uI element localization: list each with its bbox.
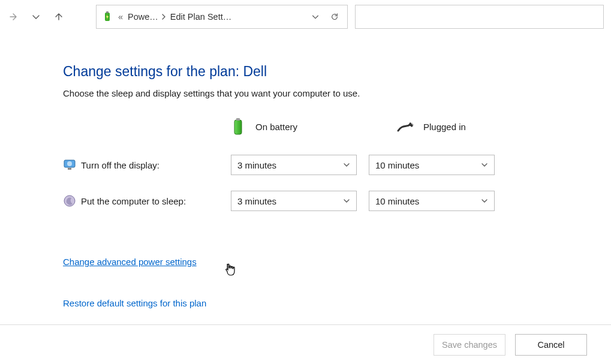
address-bar[interactable]: « Powe… Edit Plan Sett… (96, 5, 348, 29)
svg-point-5 (413, 124, 414, 125)
chevron-down-icon (481, 197, 488, 204)
address-dropdown-button[interactable] (308, 7, 323, 26)
breadcrumb-power-options[interactable]: Powe… (128, 12, 167, 22)
row-turn-off-display: Turn off the display: 3 minutes 10 minut… (63, 155, 540, 175)
breadcrumb-overflow[interactable]: « (117, 12, 124, 22)
forward-button[interactable] (4, 7, 23, 26)
row-turn-off-display-label: Turn off the display: (81, 160, 231, 170)
main-content: Change settings for the plan: Dell Choos… (0, 34, 540, 308)
refresh-icon (330, 12, 339, 22)
sleep-plugged-select[interactable]: 10 minutes (369, 191, 495, 211)
row-sleep-label: Put the computer to sleep: (81, 196, 231, 206)
svg-rect-8 (68, 168, 71, 170)
search-box[interactable] (355, 5, 604, 29)
sleep-battery-value: 3 minutes (237, 196, 276, 206)
monitor-icon (63, 158, 76, 172)
chevron-down-icon (481, 161, 488, 169)
chevron-down-icon (343, 197, 350, 204)
svg-point-7 (67, 161, 72, 166)
svg-rect-2 (234, 120, 242, 134)
change-advanced-link[interactable]: Change advanced power settings (63, 257, 197, 267)
chevron-down-icon (343, 161, 350, 169)
power-options-icon (101, 11, 113, 23)
page-subtitle: Choose the sleep and display settings th… (63, 88, 540, 98)
chevron-right-icon (161, 14, 167, 20)
moon-icon (63, 194, 76, 207)
refresh-button[interactable] (327, 7, 342, 26)
svg-rect-3 (236, 118, 240, 121)
page-title: Change settings for the plan: Dell (63, 64, 540, 80)
save-button[interactable]: Save changes (434, 334, 505, 356)
cancel-button[interactable]: Cancel (515, 334, 587, 356)
arrow-right-icon (8, 12, 18, 22)
svg-rect-1 (106, 11, 109, 13)
chevron-down-icon (31, 12, 41, 22)
display-battery-value: 3 minutes (237, 160, 276, 170)
sleep-plugged-value: 10 minutes (375, 196, 419, 206)
display-battery-select[interactable]: 3 minutes (231, 155, 357, 175)
arrow-up-icon (54, 12, 64, 22)
battery-icon (228, 116, 248, 137)
recent-dropdown-button[interactable] (26, 7, 46, 26)
chevron-down-icon (311, 12, 320, 22)
sleep-battery-select[interactable]: 3 minutes (231, 191, 357, 211)
column-on-battery-label: On battery (255, 122, 297, 132)
footer: Save changes Cancel (0, 324, 611, 364)
plug-icon (396, 116, 416, 137)
column-plugged-in-label: Plugged in (423, 122, 466, 132)
column-on-battery: On battery (228, 116, 354, 137)
column-headers: On battery Plugged in (228, 116, 540, 137)
display-plugged-value: 10 minutes (375, 160, 419, 170)
svg-point-4 (411, 123, 413, 124)
row-sleep: Put the computer to sleep: 3 minutes 10 … (63, 191, 540, 211)
restore-defaults-link[interactable]: Restore default settings for this plan (63, 298, 206, 308)
breadcrumb-edit-plan[interactable]: Edit Plan Sett… (170, 12, 231, 22)
toolbar: « Powe… Edit Plan Sett… (0, 0, 611, 34)
display-plugged-select[interactable]: 10 minutes (369, 155, 495, 175)
column-plugged-in: Plugged in (396, 116, 522, 137)
up-button[interactable] (49, 7, 68, 26)
